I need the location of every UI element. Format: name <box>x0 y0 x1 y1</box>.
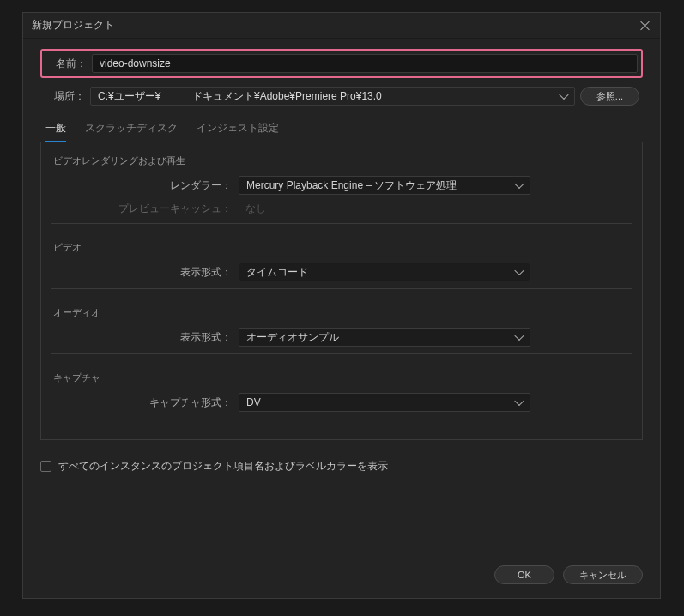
divider <box>51 223 632 224</box>
chevron-down-icon <box>514 331 524 341</box>
capture-format-value: DV <box>246 396 261 408</box>
video-format-value: タイムコード <box>246 265 308 280</box>
audio-format-select[interactable]: オーディオサンプル <box>239 328 530 347</box>
group-title-rendering: ビデオレンダリングおよび再生 <box>51 154 632 167</box>
renderer-label: レンダラー： <box>51 178 239 193</box>
name-row-highlight: 名前： <box>40 49 643 78</box>
preview-cache-label: プレビューキャッシュ： <box>51 202 239 216</box>
dialog-footer: OK キャンセル <box>23 555 660 598</box>
dialog-content: 名前： 場所： C:¥ユーザー¥ ドキュメント¥Adobe¥Premiere P… <box>23 39 660 555</box>
group-title-video: ビデオ <box>51 241 632 254</box>
video-format-select[interactable]: タイムコード <box>239 263 530 281</box>
renderer-select[interactable]: Mercury Playback Engine – ソフトウェア処理 <box>239 176 530 195</box>
preview-cache-value: なし <box>239 202 266 216</box>
renderer-value: Mercury Playback Engine – ソフトウェア処理 <box>246 178 457 193</box>
chevron-down-icon <box>514 266 524 275</box>
location-path-2: ドキュメント¥Adobe¥Premiere Pro¥13.0 <box>192 89 554 104</box>
cancel-button[interactable]: キャンセル <box>563 565 643 584</box>
video-format-label: 表示形式： <box>51 265 239 280</box>
tab-general[interactable]: 一般 <box>45 121 66 142</box>
group-title-capture: キャプチャ <box>51 371 632 384</box>
name-label: 名前： <box>45 57 87 71</box>
capture-format-label: キャプチャ形式： <box>51 396 239 410</box>
tabs: 一般 スクラッチディスク インジェスト設定 <box>40 121 643 142</box>
divider <box>51 353 632 354</box>
group-title-audio: オーディオ <box>51 306 632 319</box>
show-labels-checkbox[interactable] <box>40 461 51 472</box>
group-video: ビデオ 表示形式： タイムコード <box>51 241 632 289</box>
chevron-down-icon <box>559 90 568 100</box>
ok-button[interactable]: OK <box>494 565 554 584</box>
location-label: 場所： <box>44 89 85 104</box>
capture-format-select[interactable]: DV <box>239 393 530 412</box>
titlebar: 新規プロジェクト <box>23 13 660 39</box>
chevron-down-icon <box>514 179 524 189</box>
divider <box>51 288 632 289</box>
tab-ingest-settings[interactable]: インジェスト設定 <box>197 121 279 142</box>
tab-scratch-disks[interactable]: スクラッチディスク <box>85 121 178 142</box>
location-select[interactable]: C:¥ユーザー¥ ドキュメント¥Adobe¥Premiere Pro¥13.0 <box>90 87 575 106</box>
group-video-rendering: ビデオレンダリングおよび再生 レンダラー： Mercury Playback E… <box>51 154 632 224</box>
new-project-dialog: 新規プロジェクト 名前： 場所： C:¥ユーザー¥ ドキュメント¥Adobe¥P… <box>22 12 661 599</box>
browse-button[interactable]: 参照... <box>580 87 639 106</box>
group-audio: オーディオ 表示形式： オーディオサンプル <box>51 306 632 354</box>
general-panel: ビデオレンダリングおよび再生 レンダラー： Mercury Playback E… <box>40 142 643 440</box>
show-labels-row: すべてのインスタンスのプロジェクト項目名およびラベルカラーを表示 <box>40 459 643 474</box>
dialog-title: 新規プロジェクト <box>32 18 114 33</box>
audio-format-label: 表示形式： <box>51 330 239 345</box>
show-labels-label: すべてのインスタンスのプロジェクト項目名およびラベルカラーを表示 <box>58 459 388 474</box>
close-icon[interactable] <box>639 20 651 32</box>
audio-format-value: オーディオサンプル <box>246 330 339 345</box>
name-input[interactable] <box>92 54 638 73</box>
group-capture: キャプチャ キャプチャ形式： DV <box>51 371 632 412</box>
location-path-1: C:¥ユーザー¥ <box>98 89 192 104</box>
chevron-down-icon <box>514 396 524 406</box>
